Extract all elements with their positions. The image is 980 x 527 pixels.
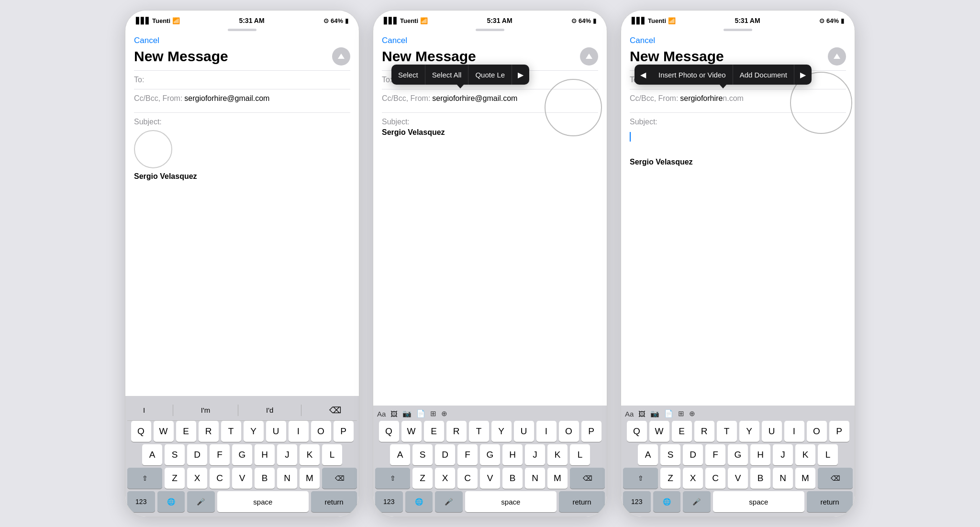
key-3-p[interactable]: P: [829, 421, 849, 442]
key-3-i[interactable]: I: [784, 421, 804, 442]
key-3-k[interactable]: K: [795, 444, 815, 465]
key-3-n[interactable]: N: [773, 468, 793, 489]
key-2-s[interactable]: S: [412, 444, 433, 465]
key-2-y[interactable]: Y: [491, 421, 512, 442]
key-s[interactable]: S: [165, 444, 185, 465]
key-o[interactable]: O: [311, 421, 331, 442]
suggestion-i[interactable]: I: [139, 404, 149, 416]
key-j[interactable]: J: [277, 444, 297, 465]
key-2-o[interactable]: O: [559, 421, 579, 442]
toolbar-compass-3[interactable]: ⊕: [689, 409, 695, 418]
key-t[interactable]: T: [221, 421, 241, 442]
key-u[interactable]: U: [266, 421, 286, 442]
toolbar-scan-3[interactable]: ⊞: [678, 409, 684, 418]
key-2-n[interactable]: N: [525, 468, 545, 489]
key-return[interactable]: return: [311, 491, 357, 512]
toolbar-photo-3[interactable]: 🖼: [638, 410, 646, 418]
key-2-v[interactable]: V: [480, 468, 500, 489]
key-2-r[interactable]: R: [446, 421, 467, 442]
key-3-l[interactable]: L: [818, 444, 838, 465]
key-n[interactable]: N: [277, 468, 297, 489]
toolbar-aa-3[interactable]: Aa: [625, 410, 634, 418]
key-2-123[interactable]: 123: [375, 491, 403, 512]
key-2-l[interactable]: L: [570, 444, 590, 465]
key-2-backspace[interactable]: ⌫: [570, 468, 605, 489]
toolbar-doc-3[interactable]: 📄: [664, 409, 673, 418]
key-2-e[interactable]: E: [424, 421, 444, 442]
key-3-h[interactable]: H: [750, 444, 770, 465]
key-y[interactable]: Y: [244, 421, 264, 442]
key-globe[interactable]: 🌐: [157, 491, 185, 512]
key-2-i[interactable]: I: [536, 421, 557, 442]
key-a[interactable]: A: [142, 444, 162, 465]
key-2-m[interactable]: M: [547, 468, 568, 489]
key-3-t[interactable]: T: [717, 421, 737, 442]
key-3-r[interactable]: R: [694, 421, 714, 442]
key-p[interactable]: P: [334, 421, 354, 442]
key-shift[interactable]: ⇧: [127, 468, 162, 489]
key-q[interactable]: Q: [131, 421, 151, 442]
key-3-globe[interactable]: 🌐: [653, 491, 681, 512]
key-3-g[interactable]: G: [728, 444, 748, 465]
key-2-h[interactable]: H: [502, 444, 523, 465]
send-button-2[interactable]: [580, 47, 598, 66]
cancel-button-2[interactable]: Cancel: [382, 36, 407, 45]
key-2-z[interactable]: Z: [412, 468, 433, 489]
key-3-j[interactable]: J: [773, 444, 793, 465]
context-right-arrow-2[interactable]: ▶: [512, 65, 529, 85]
toolbar-photo-2[interactable]: 🖼: [390, 410, 398, 418]
key-3-space[interactable]: space: [713, 491, 805, 512]
key-3-mic[interactable]: 🎤: [683, 491, 711, 512]
key-3-shift[interactable]: ⇧: [623, 468, 658, 489]
send-button-1[interactable]: [332, 47, 350, 66]
toolbar-camera-3[interactable]: 📷: [650, 409, 659, 418]
suggestion-im[interactable]: I'm: [197, 404, 214, 416]
key-3-c[interactable]: C: [705, 468, 725, 489]
key-3-x[interactable]: X: [683, 468, 703, 489]
key-2-space[interactable]: space: [465, 491, 557, 512]
key-3-123[interactable]: 123: [623, 491, 651, 512]
backspace-suggestion[interactable]: ⌫: [325, 403, 345, 417]
key-3-s[interactable]: S: [660, 444, 680, 465]
key-3-y[interactable]: Y: [739, 421, 759, 442]
key-3-z[interactable]: Z: [660, 468, 680, 489]
key-3-return[interactable]: return: [807, 491, 853, 512]
key-2-w[interactable]: W: [401, 421, 422, 442]
key-v[interactable]: V: [232, 468, 252, 489]
message-body-1[interactable]: Subject: Sergio Velasquez: [125, 108, 359, 396]
message-body-3[interactable]: Subject: Sergio Velasquez: [621, 108, 855, 406]
key-c[interactable]: C: [210, 468, 230, 489]
key-k[interactable]: K: [300, 444, 320, 465]
key-3-f[interactable]: F: [705, 444, 725, 465]
key-2-globe[interactable]: 🌐: [405, 491, 433, 512]
key-z[interactable]: Z: [165, 468, 185, 489]
key-i[interactable]: I: [289, 421, 309, 442]
key-3-b[interactable]: B: [750, 468, 770, 489]
cc-field-2[interactable]: Cc/Bcc, From: sergioforhire@gmail.com Se…: [382, 89, 598, 108]
message-body-2[interactable]: Subject: Sergio Velasquez: [373, 108, 607, 406]
key-backspace[interactable]: ⌫: [322, 468, 357, 489]
cc-field-3[interactable]: Cc/Bcc, From: sergioforhiren.com ◀ Inser…: [630, 89, 846, 108]
key-2-t[interactable]: T: [469, 421, 489, 442]
key-2-a[interactable]: A: [390, 444, 410, 465]
key-x[interactable]: X: [187, 468, 207, 489]
key-g[interactable]: G: [232, 444, 252, 465]
key-2-u[interactable]: U: [514, 421, 534, 442]
cc-field-1[interactable]: Cc/Bcc, From: sergioforhire@gmail.com: [134, 89, 350, 108]
toolbar-aa-2[interactable]: Aa: [377, 410, 386, 418]
cancel-button-1[interactable]: Cancel: [134, 36, 159, 45]
context-select-2[interactable]: Select: [391, 65, 425, 85]
key-mic[interactable]: 🎤: [187, 491, 215, 512]
key-b[interactable]: B: [255, 468, 275, 489]
key-f[interactable]: F: [210, 444, 230, 465]
key-m[interactable]: M: [300, 468, 320, 489]
key-w[interactable]: W: [154, 421, 174, 442]
key-d[interactable]: D: [187, 444, 207, 465]
key-h[interactable]: H: [255, 444, 275, 465]
context-left-arrow-3[interactable]: ◀: [635, 65, 652, 85]
context-right-arrow-3[interactable]: ▶: [794, 65, 812, 85]
suggestion-id[interactable]: I'd: [262, 404, 277, 416]
toolbar-camera-2[interactable]: 📷: [402, 409, 412, 418]
key-3-m[interactable]: M: [795, 468, 815, 489]
toolbar-compass-2[interactable]: ⊕: [441, 409, 447, 418]
